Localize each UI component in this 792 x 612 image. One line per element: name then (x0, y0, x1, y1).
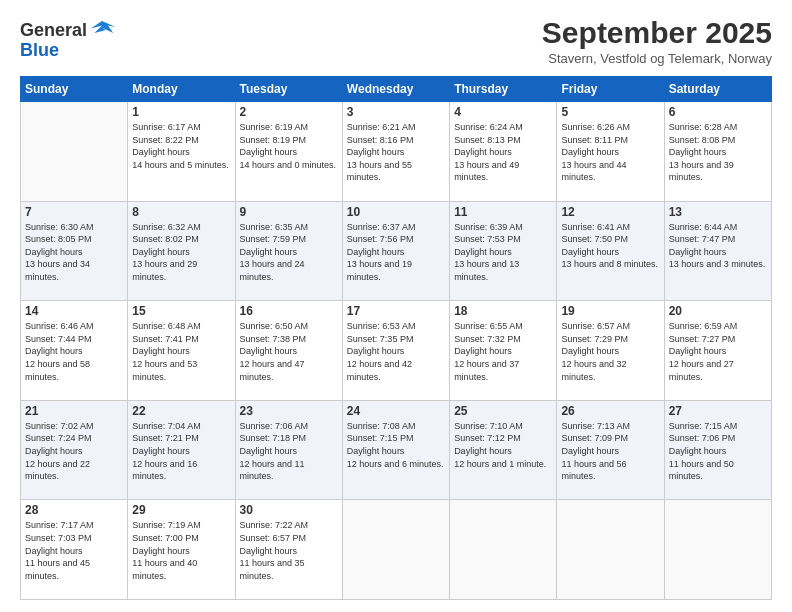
day-number: 26 (561, 404, 659, 418)
table-row: 27Sunrise: 7:15 AMSunset: 7:06 PMDayligh… (664, 400, 771, 500)
day-number: 28 (25, 503, 123, 517)
table-row: 19Sunrise: 6:57 AMSunset: 7:29 PMDayligh… (557, 301, 664, 401)
day-number: 27 (669, 404, 767, 418)
table-row: 22Sunrise: 7:04 AMSunset: 7:21 PMDayligh… (128, 400, 235, 500)
day-info: Sunrise: 7:02 AMSunset: 7:24 PMDaylight … (25, 420, 123, 483)
calendar-week-row: 14Sunrise: 6:46 AMSunset: 7:44 PMDayligh… (21, 301, 772, 401)
table-row: 9Sunrise: 6:35 AMSunset: 7:59 PMDaylight… (235, 201, 342, 301)
day-number: 19 (561, 304, 659, 318)
day-info: Sunrise: 7:22 AMSunset: 6:57 PMDaylight … (240, 519, 338, 582)
table-row (342, 500, 449, 600)
day-number: 25 (454, 404, 552, 418)
day-info: Sunrise: 6:26 AMSunset: 8:11 PMDaylight … (561, 121, 659, 184)
col-monday: Monday (128, 77, 235, 102)
day-info: Sunrise: 7:13 AMSunset: 7:09 PMDaylight … (561, 420, 659, 483)
day-info: Sunrise: 6:39 AMSunset: 7:53 PMDaylight … (454, 221, 552, 284)
table-row: 12Sunrise: 6:41 AMSunset: 7:50 PMDayligh… (557, 201, 664, 301)
day-info: Sunrise: 6:53 AMSunset: 7:35 PMDaylight … (347, 320, 445, 383)
day-number: 12 (561, 205, 659, 219)
day-info: Sunrise: 6:50 AMSunset: 7:38 PMDaylight … (240, 320, 338, 383)
calendar-week-row: 21Sunrise: 7:02 AMSunset: 7:24 PMDayligh… (21, 400, 772, 500)
table-row (557, 500, 664, 600)
day-info: Sunrise: 7:10 AMSunset: 7:12 PMDaylight … (454, 420, 552, 470)
table-row: 18Sunrise: 6:55 AMSunset: 7:32 PMDayligh… (450, 301, 557, 401)
table-row (450, 500, 557, 600)
table-row: 21Sunrise: 7:02 AMSunset: 7:24 PMDayligh… (21, 400, 128, 500)
table-row: 29Sunrise: 7:19 AMSunset: 7:00 PMDayligh… (128, 500, 235, 600)
table-row: 17Sunrise: 6:53 AMSunset: 7:35 PMDayligh… (342, 301, 449, 401)
day-info: Sunrise: 6:17 AMSunset: 8:22 PMDaylight … (132, 121, 230, 171)
day-info: Sunrise: 6:44 AMSunset: 7:47 PMDaylight … (669, 221, 767, 271)
title-area: September 2025 Stavern, Vestfold og Tele… (542, 16, 772, 66)
day-info: Sunrise: 6:19 AMSunset: 8:19 PMDaylight … (240, 121, 338, 171)
table-row: 11Sunrise: 6:39 AMSunset: 7:53 PMDayligh… (450, 201, 557, 301)
table-row: 6Sunrise: 6:28 AMSunset: 8:08 PMDaylight… (664, 102, 771, 202)
table-row (21, 102, 128, 202)
day-number: 10 (347, 205, 445, 219)
svg-marker-0 (91, 21, 116, 33)
table-row: 30Sunrise: 7:22 AMSunset: 6:57 PMDayligh… (235, 500, 342, 600)
table-row: 7Sunrise: 6:30 AMSunset: 8:05 PMDaylight… (21, 201, 128, 301)
calendar-week-row: 7Sunrise: 6:30 AMSunset: 8:05 PMDaylight… (21, 201, 772, 301)
table-row: 3Sunrise: 6:21 AMSunset: 8:16 PMDaylight… (342, 102, 449, 202)
col-wednesday: Wednesday (342, 77, 449, 102)
table-row: 8Sunrise: 6:32 AMSunset: 8:02 PMDaylight… (128, 201, 235, 301)
day-number: 6 (669, 105, 767, 119)
day-info: Sunrise: 6:28 AMSunset: 8:08 PMDaylight … (669, 121, 767, 184)
table-row: 15Sunrise: 6:48 AMSunset: 7:41 PMDayligh… (128, 301, 235, 401)
logo-text: General (20, 16, 117, 41)
month-title: September 2025 (542, 16, 772, 49)
table-row: 25Sunrise: 7:10 AMSunset: 7:12 PMDayligh… (450, 400, 557, 500)
day-number: 4 (454, 105, 552, 119)
day-info: Sunrise: 6:24 AMSunset: 8:13 PMDaylight … (454, 121, 552, 184)
day-info: Sunrise: 6:59 AMSunset: 7:27 PMDaylight … (669, 320, 767, 383)
day-number: 21 (25, 404, 123, 418)
day-number: 1 (132, 105, 230, 119)
day-info: Sunrise: 7:19 AMSunset: 7:00 PMDaylight … (132, 519, 230, 582)
day-number: 20 (669, 304, 767, 318)
table-row: 28Sunrise: 7:17 AMSunset: 7:03 PMDayligh… (21, 500, 128, 600)
day-info: Sunrise: 6:41 AMSunset: 7:50 PMDaylight … (561, 221, 659, 271)
day-number: 30 (240, 503, 338, 517)
day-info: Sunrise: 6:48 AMSunset: 7:41 PMDaylight … (132, 320, 230, 383)
day-number: 17 (347, 304, 445, 318)
day-info: Sunrise: 6:21 AMSunset: 8:16 PMDaylight … (347, 121, 445, 184)
day-number: 2 (240, 105, 338, 119)
day-number: 16 (240, 304, 338, 318)
day-number: 14 (25, 304, 123, 318)
col-saturday: Saturday (664, 77, 771, 102)
day-number: 15 (132, 304, 230, 318)
location: Stavern, Vestfold og Telemark, Norway (542, 51, 772, 66)
table-row: 24Sunrise: 7:08 AMSunset: 7:15 PMDayligh… (342, 400, 449, 500)
header: General Blue September 2025 Stavern, Ves… (20, 16, 772, 66)
day-number: 18 (454, 304, 552, 318)
calendar-table: Sunday Monday Tuesday Wednesday Thursday… (20, 76, 772, 600)
day-info: Sunrise: 6:55 AMSunset: 7:32 PMDaylight … (454, 320, 552, 383)
day-number: 11 (454, 205, 552, 219)
day-info: Sunrise: 6:46 AMSunset: 7:44 PMDaylight … (25, 320, 123, 383)
day-number: 7 (25, 205, 123, 219)
day-info: Sunrise: 7:06 AMSunset: 7:18 PMDaylight … (240, 420, 338, 483)
day-info: Sunrise: 6:32 AMSunset: 8:02 PMDaylight … (132, 221, 230, 284)
day-number: 5 (561, 105, 659, 119)
logo: General Blue (20, 16, 117, 61)
col-friday: Friday (557, 77, 664, 102)
logo-general: General (20, 20, 87, 40)
day-number: 13 (669, 205, 767, 219)
table-row: 4Sunrise: 6:24 AMSunset: 8:13 PMDaylight… (450, 102, 557, 202)
col-sunday: Sunday (21, 77, 128, 102)
day-number: 3 (347, 105, 445, 119)
day-number: 22 (132, 404, 230, 418)
day-number: 8 (132, 205, 230, 219)
day-info: Sunrise: 6:35 AMSunset: 7:59 PMDaylight … (240, 221, 338, 284)
day-number: 23 (240, 404, 338, 418)
logo-bird-icon (87, 18, 117, 36)
table-row: 20Sunrise: 6:59 AMSunset: 7:27 PMDayligh… (664, 301, 771, 401)
table-row: 5Sunrise: 6:26 AMSunset: 8:11 PMDaylight… (557, 102, 664, 202)
day-number: 24 (347, 404, 445, 418)
day-info: Sunrise: 6:57 AMSunset: 7:29 PMDaylight … (561, 320, 659, 383)
table-row: 1Sunrise: 6:17 AMSunset: 8:22 PMDaylight… (128, 102, 235, 202)
table-row: 14Sunrise: 6:46 AMSunset: 7:44 PMDayligh… (21, 301, 128, 401)
day-info: Sunrise: 7:04 AMSunset: 7:21 PMDaylight … (132, 420, 230, 483)
day-info: Sunrise: 7:15 AMSunset: 7:06 PMDaylight … (669, 420, 767, 483)
